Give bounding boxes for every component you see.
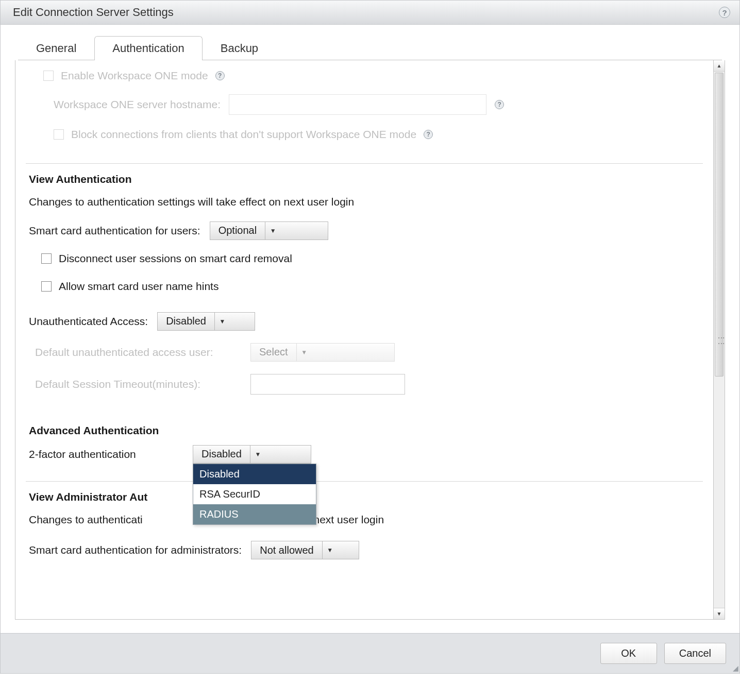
tab-row: General Authentication Backup	[1, 25, 739, 60]
block-clients-row: Block connections from clients that don'…	[54, 128, 700, 141]
divider	[26, 163, 703, 164]
default-unauth-user-select[interactable]: Select ▼	[250, 343, 395, 362]
default-timeout-input[interactable]	[250, 374, 405, 395]
twofa-dropdown: Disabled RSA SecurID RADIUS	[193, 464, 316, 525]
default-timeout-row: Default Session Timeout(minutes):	[35, 374, 700, 395]
dialog-title: Edit Connection Server Settings	[13, 6, 174, 19]
help-icon[interactable]: ?	[719, 7, 730, 18]
unauth-access-select[interactable]: Disabled ▼	[157, 312, 255, 331]
scroll-thumb[interactable]	[715, 73, 724, 377]
default-unauth-user-label: Default unauthenticated access user:	[35, 345, 241, 360]
username-hints-checkbox[interactable]	[41, 281, 52, 292]
block-clients-checkbox[interactable]	[54, 129, 64, 140]
chevron-down-icon: ▼	[296, 344, 312, 361]
unauth-access-value: Disabled	[158, 315, 214, 327]
twofa-option-disabled[interactable]: Disabled	[193, 464, 316, 484]
twofa-row: 2-factor authentication Disabled ▼ Disab…	[29, 445, 700, 464]
unauth-access-label: Unauthenticated Access:	[29, 315, 148, 328]
twofa-value: Disabled	[193, 448, 250, 460]
divider	[26, 481, 703, 482]
scroll-down-button[interactable]: ▼	[714, 608, 725, 619]
username-hints-label: Allow smart card user name hints	[59, 280, 218, 293]
cancel-button[interactable]: Cancel	[664, 643, 726, 664]
admin-auth-heading-text: View Administrator Aut	[29, 491, 147, 503]
twofa-option-rsa[interactable]: RSA SecurID	[193, 484, 316, 504]
smartcard-admin-select[interactable]: Not allowed ▼	[251, 541, 359, 559]
smartcard-users-label: Smart card authentication for users:	[29, 225, 200, 237]
chevron-down-icon: ▼	[250, 446, 265, 463]
smartcard-users-value: Optional	[210, 225, 265, 236]
workspace-one-section: Enable Workspace ONE mode ? Workspace ON…	[26, 66, 703, 155]
chevron-down-icon: ▼	[265, 222, 280, 240]
dialog: Edit Connection Server Settings ? Genera…	[0, 0, 740, 674]
workspace-one-hostname-input[interactable]	[229, 94, 486, 115]
unauth-access-row: Unauthenticated Access: Disabled ▼	[29, 312, 700, 331]
chevron-down-icon: ▼	[214, 313, 230, 330]
default-timeout-label: Default Session Timeout(minutes):	[35, 377, 241, 391]
disconnect-sessions-checkbox[interactable]	[41, 253, 52, 264]
smartcard-users-row: Smart card authentication for users: Opt…	[29, 221, 700, 240]
disconnect-sessions-label: Disconnect user sessions on smart card r…	[59, 252, 292, 265]
dialog-footer: OK Cancel ◢	[1, 633, 739, 673]
smartcard-admin-row: Smart card authentication for administra…	[29, 541, 700, 559]
titlebar: Edit Connection Server Settings ?	[1, 1, 739, 25]
help-icon[interactable]: ?	[495, 100, 504, 109]
smartcard-admin-label: Smart card authentication for administra…	[29, 544, 242, 556]
admin-auth-hint: Changes to authenticati effect on next u…	[29, 511, 700, 528]
scroll-up-button[interactable]: ▲	[714, 60, 725, 72]
default-unauth-user-value: Select	[251, 346, 296, 358]
tab-backup[interactable]: Backup	[203, 36, 276, 60]
twofa-label: 2-factor authentication	[29, 448, 183, 460]
scroll-track[interactable]: ⋮⋮	[714, 72, 725, 608]
scrollbar[interactable]: ▲ ⋮⋮ ▼	[714, 60, 725, 620]
username-hints-row: Allow smart card user name hints	[41, 280, 700, 293]
block-clients-label: Block connections from clients that don'…	[71, 128, 416, 141]
disconnect-sessions-row: Disconnect user sessions on smart card r…	[41, 252, 700, 265]
advanced-auth-heading: Advanced Authentication	[29, 424, 700, 437]
scroll-grip-icon: ⋮⋮	[717, 334, 726, 346]
help-icon[interactable]: ?	[424, 130, 433, 139]
view-auth-heading: View Authentication	[29, 173, 700, 185]
ok-button[interactable]: OK	[600, 643, 657, 664]
default-unauth-user-row: Default unauthenticated access user: Sel…	[35, 343, 700, 362]
tab-authentication[interactable]: Authentication	[94, 36, 202, 60]
content-wrap: Enable Workspace ONE mode ? Workspace ON…	[15, 60, 725, 620]
tab-general[interactable]: General	[18, 36, 94, 60]
twofa-select[interactable]: Disabled ▼	[193, 445, 311, 464]
chevron-down-icon: ▼	[322, 541, 338, 559]
enable-workspace-one-checkbox[interactable]	[43, 71, 54, 81]
help-icon[interactable]: ?	[215, 71, 225, 80]
admin-auth-heading: View Administrator Aut	[29, 491, 700, 503]
workspace-one-hostname-label: Workspace ONE server hostname:	[54, 98, 221, 111]
admin-auth-hint-before: Changes to authenticati	[29, 514, 143, 525]
workspace-one-hostname-row: Workspace ONE server hostname: ?	[54, 94, 700, 115]
smartcard-admin-value: Not allowed	[251, 544, 322, 556]
smartcard-users-select[interactable]: Optional ▼	[210, 221, 328, 240]
view-auth-hint: Changes to authentication settings will …	[29, 194, 700, 210]
content-panel: Enable Workspace ONE mode ? Workspace ON…	[15, 60, 714, 620]
twofa-option-radius[interactable]: RADIUS	[193, 504, 316, 524]
enable-workspace-one-label: Enable Workspace ONE mode	[61, 70, 208, 82]
enable-workspace-one-row: Enable Workspace ONE mode ?	[43, 70, 700, 82]
resize-grip-icon[interactable]: ◢	[733, 664, 737, 672]
